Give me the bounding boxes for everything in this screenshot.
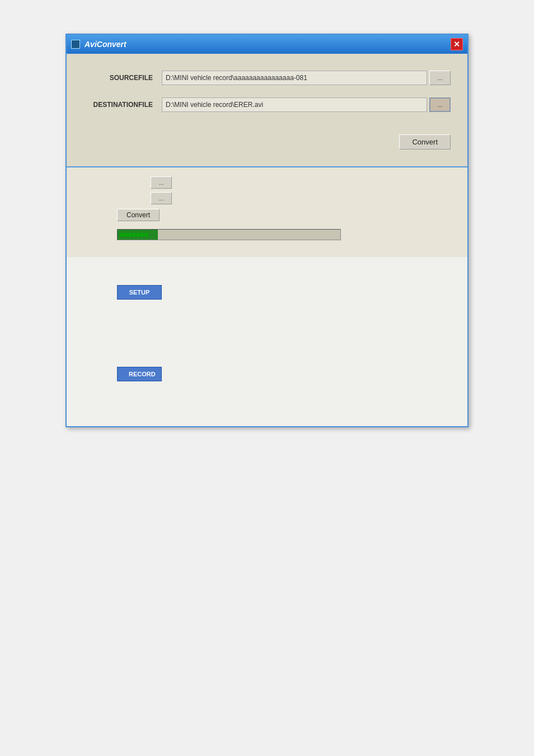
destinationfile-browse-button[interactable]: ... — [429, 97, 451, 112]
spacer-2 — [83, 333, 451, 367]
mini-browse-button-2[interactable]: ... — [151, 192, 172, 204]
mini-convert-button[interactable]: Convert — [117, 209, 160, 221]
extra-buttons-area: SETUP RECORD — [67, 257, 467, 426]
mini-convert-row: Convert — [83, 209, 451, 221]
title-bar: AviConvert ✕ — [67, 35, 467, 54]
convert-button[interactable]: Convert — [399, 134, 451, 150]
spacer-1 — [83, 268, 451, 285]
main-panel: SOURCEFILE ... DESTINATIONFILE ... Conve… — [67, 54, 467, 167]
window-title: AviConvert — [85, 40, 127, 49]
app-icon — [71, 40, 80, 49]
sourcefile-browse-button[interactable]: ... — [429, 71, 451, 85]
progress-dots: ■■■■■■■ — [120, 231, 148, 239]
record-button[interactable]: RECORD — [117, 367, 162, 381]
progress-row: ■■■■■■■ — [83, 229, 451, 240]
close-button[interactable]: ✕ — [451, 38, 463, 50]
destinationfile-label: DESTINATIONFILE — [83, 101, 162, 109]
setup-button[interactable]: SETUP — [117, 285, 162, 300]
avi-convert-window: AviConvert ✕ SOURCEFILE ... DESTINATIONF… — [65, 34, 469, 427]
spacer-3 — [83, 381, 451, 415]
destinationfile-input[interactable] — [162, 97, 427, 112]
convert-row: Convert — [83, 134, 451, 150]
progress-bar-fill: ■■■■■■■ — [118, 230, 158, 240]
mini-browse-row-2: ... — [83, 192, 451, 204]
bottom-section: ... ... Convert ■■■■■■■ — [67, 167, 467, 257]
title-bar-left: AviConvert — [71, 40, 127, 49]
sourcefile-row: SOURCEFILE ... — [83, 71, 451, 85]
progress-bar-container: ■■■■■■■ — [117, 229, 341, 240]
sourcefile-input[interactable] — [162, 71, 427, 85]
sourcefile-label: SOURCEFILE — [83, 74, 162, 82]
mini-browse-row-1: ... — [83, 176, 451, 189]
mini-browse-button-1[interactable]: ... — [151, 176, 172, 189]
destinationfile-row: DESTINATIONFILE ... — [83, 97, 451, 112]
